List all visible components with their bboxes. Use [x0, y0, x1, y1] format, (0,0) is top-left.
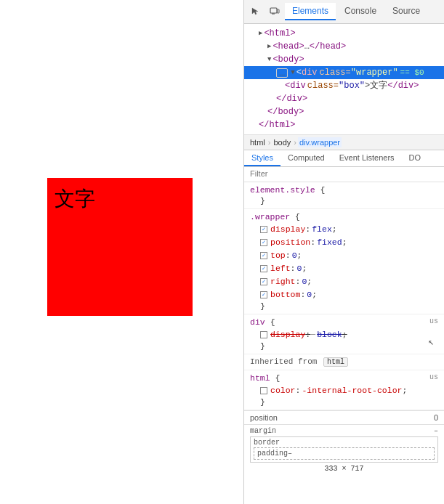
tab-do[interactable]: DO	[402, 150, 429, 166]
prop-display-flex: display: flex;	[250, 223, 438, 236]
div-rule: div { us display: block; ↖ }	[244, 314, 444, 354]
breadcrumb-sep-2: ›	[294, 138, 296, 147]
tab-elements[interactable]: Elements	[285, 3, 336, 20]
html-rule: html { us color: -internal-root-color; }	[244, 370, 444, 410]
triangle-wrapper: ▼	[291, 67, 294, 78]
checkbox-bottom[interactable]	[260, 291, 267, 298]
box-model-header: position 0	[244, 411, 444, 425]
element-style-rule: element.style { }	[244, 182, 444, 209]
filter-bar	[244, 167, 444, 182]
triangle-head: ▶	[267, 41, 271, 52]
devtools-panel: Elements Console Source ▶ <html> ▶ <head…	[243, 0, 444, 504]
border-row: border padding–	[250, 436, 438, 463]
tree-div-wrapper[interactable]: ... ▼ <div class="wrapper" == $0	[244, 66, 444, 79]
tree-close-div[interactable]: </div>	[244, 92, 444, 105]
position-value: 0	[434, 413, 438, 422]
styles-panel[interactable]: element.style { } .wrapper { display: fl…	[244, 182, 444, 504]
position-label: position	[250, 413, 278, 422]
tree-close-html[interactable]: </html>	[244, 118, 444, 131]
size-label: 333 × 717	[250, 463, 438, 474]
checkbox-display-block[interactable]	[260, 331, 267, 338]
tab-computed[interactable]: Computed	[280, 150, 332, 166]
html-rule-source: us	[429, 373, 438, 381]
margin-value: –	[434, 427, 438, 435]
prop-display-block: display: block;	[250, 328, 438, 341]
filter-input[interactable]	[250, 169, 438, 178]
inherited-from-section: Inherited from html	[244, 354, 444, 370]
element-style-selector: element.style {	[250, 185, 438, 195]
checkbox-top[interactable]	[260, 252, 267, 259]
cursor-icon	[251, 7, 261, 17]
wrapper-rule: .wrapper { display: flex; position: fixe…	[244, 209, 444, 314]
red-box-text: 文字	[55, 185, 95, 213]
html-rule-close: }	[250, 397, 438, 407]
cursor-icon-btn[interactable]	[247, 3, 265, 20]
box-model-panel: position 0 margin – border padding–	[244, 410, 444, 477]
prop-top: top: 0;	[250, 249, 438, 262]
box-model-diagram: margin – border padding– 333 × 717	[244, 425, 444, 477]
tree-close-body[interactable]: </body>	[244, 105, 444, 118]
tree-div-box[interactable]: <div class="box" >文字</div>	[244, 79, 444, 92]
inherited-tag: html	[323, 357, 348, 367]
triangle-html: ▶	[259, 28, 262, 39]
prop-left: left: 0;	[250, 262, 438, 275]
tab-styles[interactable]: Styles	[244, 150, 280, 166]
tree-html[interactable]: ▶ <html>	[244, 27, 444, 40]
breadcrumb-sep-1: ›	[268, 138, 271, 147]
elements-tree: ▶ <html> ▶ <head>…</head> ▼ <body> ... ▼…	[244, 24, 444, 135]
inherited-from-label: Inherited from	[250, 357, 317, 366]
checkbox-display[interactable]	[260, 226, 267, 233]
prop-bottom: bottom: 0;	[250, 288, 438, 301]
svg-rect-0	[270, 8, 277, 13]
border-label: border	[254, 439, 435, 447]
device-icon	[270, 7, 280, 17]
element-style-close: }	[250, 196, 438, 206]
style-tabs: Styles Computed Event Listeners DO	[244, 150, 444, 167]
checkbox-left[interactable]	[260, 265, 267, 272]
ellipsis-button[interactable]: ...	[276, 68, 288, 78]
prop-color: color: -internal-root-color;	[250, 384, 438, 397]
margin-label: margin	[250, 427, 276, 435]
devtools-top-tabs: Elements Console Source	[244, 0, 444, 24]
tab-console[interactable]: Console	[337, 3, 384, 20]
tree-body[interactable]: ▼ <body>	[244, 53, 444, 66]
left-panel: 文字	[0, 0, 243, 504]
prop-right: right: 0;	[250, 275, 438, 288]
div-selector: div { us	[250, 317, 438, 327]
tab-event-listeners[interactable]: Event Listeners	[332, 150, 402, 166]
checkbox-color[interactable]	[260, 387, 267, 394]
tab-source[interactable]: Source	[385, 3, 427, 20]
margin-row: margin –	[250, 426, 438, 436]
checkbox-right[interactable]	[260, 278, 267, 285]
breadcrumb-wrapper[interactable]: div.wrapper	[298, 137, 342, 147]
padding-label: padding–	[257, 450, 431, 458]
breadcrumb-body[interactable]: body	[272, 137, 292, 147]
wrapper-rule-close: }	[250, 301, 438, 311]
checkbox-position[interactable]	[260, 239, 267, 246]
red-box: 文字	[47, 178, 193, 316]
wrapper-selector: .wrapper {	[250, 212, 438, 221]
device-icon-btn[interactable]	[266, 3, 283, 20]
div-rule-close: }	[250, 341, 438, 351]
breadcrumb-bar: html › body › div.wrapper	[244, 135, 444, 150]
triangle-body: ▼	[267, 54, 271, 65]
breadcrumb-html[interactable]: html	[249, 137, 267, 147]
tree-head[interactable]: ▶ <head>…</head>	[244, 40, 444, 53]
div-rule-source: us	[429, 317, 438, 325]
svg-rect-1	[278, 9, 280, 13]
prop-position-fixed: position: fixed;	[250, 236, 438, 249]
padding-row: padding–	[254, 447, 435, 460]
html-selector: html { us	[250, 373, 438, 383]
